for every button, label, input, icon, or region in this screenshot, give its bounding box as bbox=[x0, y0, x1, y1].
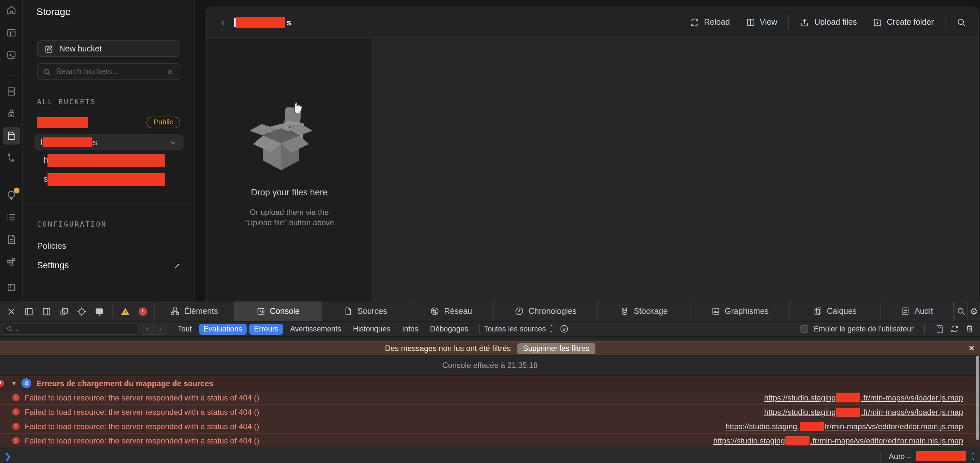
tab-layers[interactable]: Calques bbox=[789, 302, 880, 321]
error-source-link[interactable]: https://studio.staging.fr/min-maps/vs/ed… bbox=[713, 436, 963, 445]
disclosure-triangle-icon[interactable]: ▼ bbox=[11, 380, 17, 386]
error-source-link[interactable]: https://studio.staging.fr/min-maps/vs/lo… bbox=[764, 393, 963, 402]
tab-graphics[interactable]: Graphismes bbox=[690, 302, 789, 321]
preview-column[interactable] bbox=[372, 38, 978, 302]
close-icon[interactable] bbox=[6, 307, 16, 316]
undock-icon[interactable] bbox=[59, 307, 69, 316]
filter-all[interactable]: Tout bbox=[173, 323, 197, 334]
upload-files-button[interactable]: Upload files bbox=[792, 17, 865, 27]
chevron-down-icon bbox=[169, 138, 177, 146]
console-error-row[interactable]: Failed to load resource: the server resp… bbox=[0, 390, 980, 404]
tab-sources[interactable]: Sources bbox=[321, 302, 409, 321]
find-next-icon[interactable]: › bbox=[154, 323, 167, 334]
elements-icon bbox=[170, 307, 180, 316]
tab-timelines[interactable]: Chronologies bbox=[493, 302, 597, 321]
devtools-settings-icon[interactable]: ⚙ bbox=[967, 302, 980, 321]
integrations-icon[interactable] bbox=[3, 253, 20, 270]
dock-side-icon[interactable] bbox=[24, 307, 34, 316]
filter-evaluations[interactable]: Évaluations bbox=[199, 323, 247, 334]
auth-lock-icon[interactable] bbox=[3, 105, 20, 123]
clear-filters-button[interactable]: Supprimer les filtres bbox=[517, 343, 595, 354]
error-badge-icon bbox=[12, 393, 20, 402]
edge-functions-icon[interactable] bbox=[3, 149, 20, 167]
filter-history[interactable]: Historiques bbox=[348, 323, 395, 334]
tab-label: Stockage bbox=[634, 307, 668, 316]
tab-console[interactable]: Console bbox=[234, 302, 321, 321]
tab-audit[interactable]: Audit bbox=[880, 302, 953, 321]
console-search-field[interactable]: ⌄ bbox=[3, 323, 138, 334]
tab-network[interactable]: Réseau bbox=[409, 302, 493, 321]
filter-debug[interactable]: Débogages bbox=[426, 323, 473, 334]
error-message: Failed to load resource: the server resp… bbox=[25, 393, 259, 402]
tab-elements[interactable]: Éléments bbox=[154, 302, 234, 321]
console-prompt-icon[interactable]: ❯ bbox=[5, 452, 11, 461]
element-selector-icon[interactable] bbox=[77, 307, 86, 316]
folder-plus-icon bbox=[872, 17, 882, 27]
new-bucket-button[interactable]: New bucket bbox=[37, 40, 180, 57]
reload-button[interactable]: Reload bbox=[682, 17, 738, 27]
sql-editor-icon[interactable] bbox=[3, 46, 20, 64]
file-list-column[interactable]: Drop your files here Or upload them via … bbox=[207, 38, 372, 302]
warnings-indicator-icon[interactable] bbox=[120, 307, 130, 316]
sidebar-item-policies[interactable]: Policies bbox=[37, 241, 180, 251]
error-source-link[interactable]: https://studio.staging.fr/min-maps/vs/ed… bbox=[725, 421, 963, 431]
chevron-down-icon: ⌄ bbox=[15, 326, 19, 332]
sidebar-item-settings[interactable]: Settings ↗ bbox=[37, 260, 180, 270]
sources-icon bbox=[344, 307, 353, 316]
sources-dropdown[interactable]: Toutes les sources ⌃⌄ bbox=[484, 325, 554, 333]
sources-dropdown-label: Toutes les sources bbox=[484, 325, 546, 333]
tab-storage[interactable]: Stockage bbox=[597, 302, 690, 321]
errors-indicator-icon[interactable] bbox=[138, 307, 148, 316]
storage-icon[interactable] bbox=[3, 127, 20, 145]
bucket-row[interactable]: Public bbox=[37, 116, 180, 129]
upload-files-label: Upload files bbox=[815, 18, 857, 27]
message-filter-icon[interactable] bbox=[559, 324, 568, 334]
search-icon bbox=[6, 326, 13, 332]
emulate-gesture-checkbox[interactable] bbox=[800, 325, 808, 333]
banner-close-icon[interactable]: ✕ bbox=[968, 344, 975, 353]
filter-warnings[interactable]: Avertissements bbox=[286, 323, 346, 334]
filter-errors[interactable]: Erreurs bbox=[249, 323, 283, 334]
bucket-row[interactable]: h bbox=[37, 154, 180, 168]
bucket-row-selected[interactable]: l s bbox=[34, 134, 183, 150]
controls-divider bbox=[112, 305, 113, 317]
device-emulation-icon[interactable] bbox=[94, 307, 104, 316]
console-scrollbar[interactable] bbox=[976, 356, 979, 440]
tab-label: Éléments bbox=[184, 307, 218, 316]
console-cleared-message: Console effacée à 21:35:18 bbox=[0, 356, 980, 376]
console-error-row[interactable]: Failed to load resource: the server resp… bbox=[0, 419, 980, 433]
advisors-icon[interactable] bbox=[3, 186, 20, 204]
bucket-row[interactable]: s bbox=[37, 173, 180, 186]
devtools-search-icon[interactable] bbox=[954, 302, 967, 321]
console-error-row[interactable]: Failed to load resource: the server resp… bbox=[0, 433, 980, 447]
search-buckets-input[interactable] bbox=[56, 67, 161, 76]
view-button[interactable]: View bbox=[738, 17, 785, 27]
auto-refresh-icon[interactable] bbox=[950, 324, 959, 334]
find-previous-icon[interactable]: ‹ bbox=[140, 323, 154, 334]
redaction-box bbox=[837, 393, 861, 402]
search-files-button[interactable] bbox=[949, 17, 968, 27]
layers-icon bbox=[813, 307, 822, 316]
table-editor-icon[interactable] bbox=[3, 24, 20, 42]
updown-chevrons-icon: ⌃⌄ bbox=[971, 453, 975, 460]
filter-infos[interactable]: Infos bbox=[398, 323, 423, 334]
find-navigation: ‹ › bbox=[140, 323, 167, 334]
error-message: Failed to load resource: the server resp… bbox=[25, 436, 259, 445]
script-file-icon[interactable]: JS bbox=[935, 324, 944, 334]
execution-context-selector[interactable]: Auto – ⌃⌄ bbox=[880, 451, 975, 461]
clear-console-icon[interactable] bbox=[965, 324, 974, 334]
error-group-header[interactable]: ▼ 4 Erreurs de chargement du mappage de … bbox=[0, 376, 980, 390]
database-icon[interactable] bbox=[3, 83, 20, 100]
dock-bottom-icon[interactable] bbox=[41, 307, 51, 316]
network-icon bbox=[430, 307, 439, 316]
reports-icon[interactable] bbox=[3, 230, 20, 248]
double-chevron-icon[interactable] bbox=[166, 67, 174, 76]
create-folder-button[interactable]: Create folder bbox=[864, 17, 942, 27]
redaction-box bbox=[786, 436, 810, 445]
logs-icon[interactable] bbox=[3, 208, 20, 226]
home-icon[interactable] bbox=[3, 1, 20, 19]
project-settings-icon[interactable] bbox=[3, 279, 20, 296]
error-source-link[interactable]: https://studio.staging.fr/min-maps/vs/lo… bbox=[764, 407, 963, 417]
console-error-row[interactable]: Failed to load resource: the server resp… bbox=[0, 404, 980, 419]
back-chevron-icon[interactable]: ‹ bbox=[217, 16, 229, 28]
